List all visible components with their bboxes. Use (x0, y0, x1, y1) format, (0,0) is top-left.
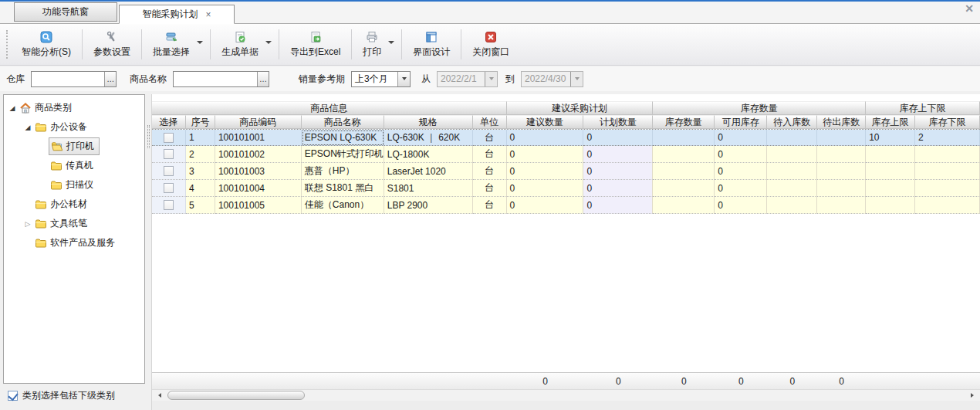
tree-item-scanner[interactable]: 扫描仪 (4, 175, 144, 195)
window-close-icon[interactable]: ✕ (965, 3, 974, 14)
column-header-plan-qty[interactable]: 计划数量 (583, 115, 653, 129)
tree-item-office-supplies[interactable]: 办公耗材 (4, 195, 144, 214)
tools-icon (106, 31, 118, 43)
column-header-unit[interactable]: 单位 (473, 115, 507, 129)
chevron-down-icon[interactable] (388, 41, 394, 44)
smart-analysis-button[interactable]: 智能分析(S) (12, 24, 80, 65)
from-label: 从 (421, 73, 431, 86)
column-header-pending-out[interactable]: 待出库数 (817, 115, 866, 129)
column-header-index[interactable]: 序号 (186, 115, 215, 129)
column-header-product-name[interactable]: 商品名称 (302, 115, 384, 129)
scroll-right-icon[interactable] (966, 390, 978, 401)
include-subcategory-checkbox[interactable] (8, 391, 18, 401)
sales-period-value: 上3个月 (352, 73, 397, 86)
table-row[interactable]: 5 100101005 佳能（Canon） LBP 2900 台 0 0 0 (152, 197, 980, 214)
tree-item-stationery[interactable]: ▷ 文具纸笔 (4, 214, 144, 233)
expander-expanded-icon[interactable]: ◢ (22, 124, 33, 131)
grid-group-header-row: 商品信息 建议采购计划 库存数量 库存上下限 (152, 101, 980, 115)
stock-qty-cell (653, 146, 715, 163)
panel-splitter[interactable] (146, 94, 151, 410)
tab-smart-purchase-plan[interactable]: 智能采购计划 × (119, 5, 235, 24)
column-header-spec[interactable]: 规格 (384, 115, 473, 129)
print-button[interactable]: 打印 (353, 24, 400, 65)
include-subcategory-label: 类别选择包括下级类别 (22, 389, 115, 402)
table-row[interactable]: 1 100101001 EPSON LQ-630K LQ-630K ｜ 620K… (152, 129, 980, 146)
row-checkbox[interactable] (164, 133, 174, 143)
folder-icon (35, 198, 47, 211)
tree-item-fax-machine[interactable]: 传真机 (4, 156, 144, 175)
table-row[interactable]: 3 100101003 惠普（HP） LaserJet 1020 台 0 0 0 (152, 163, 980, 180)
column-header-available-stock[interactable]: 可用库存 (715, 115, 767, 129)
to-date-picker[interactable]: 2022/4/30 (521, 71, 583, 87)
product-name-cell: 联想 S1801 黑白 (302, 180, 384, 197)
product-name-input[interactable] (174, 72, 257, 86)
product-name-label: 商品名称 (130, 73, 167, 86)
spec-cell: S1801 (384, 180, 473, 197)
product-name-cell: 惠普（HP） (302, 163, 384, 180)
column-header-lower-limit[interactable]: 库存下限 (915, 115, 980, 129)
chevron-down-icon[interactable] (197, 41, 203, 44)
tree-item-software-products[interactable]: 软件产品及服务 (4, 233, 144, 252)
excel-export-icon (309, 31, 322, 43)
warehouse-lookup-button[interactable]: … (104, 72, 116, 86)
upper-limit-cell (866, 146, 915, 163)
sales-period-select[interactable]: 上3个月 (351, 71, 411, 87)
generate-document-button[interactable]: 生成单据 (212, 24, 277, 65)
row-checkbox[interactable] (164, 166, 174, 176)
row-checkbox[interactable] (164, 149, 174, 159)
expander-collapsed-icon[interactable]: ▷ (22, 220, 33, 228)
column-header-pending-in[interactable]: 待入库数 (767, 115, 817, 129)
tab-function-nav[interactable]: 功能导航窗 (14, 2, 117, 22)
parameter-settings-button[interactable]: 参数设置 (84, 24, 140, 65)
batch-select-button[interactable]: 批量选择 (144, 24, 208, 65)
column-header-upper-limit[interactable]: 库存上限 (866, 115, 915, 129)
product-lookup-button[interactable]: … (257, 72, 269, 86)
column-header-select[interactable]: 选择 (152, 115, 186, 129)
plan-qty-cell[interactable]: 0 (583, 146, 653, 163)
chevron-down-icon[interactable] (265, 41, 272, 44)
ui-design-button[interactable]: 界面设计 (404, 24, 459, 65)
product-code-cell: 100101001 (215, 130, 302, 146)
tree-item-printer[interactable]: 打印机 (4, 137, 144, 156)
stock-qty-cell (653, 163, 715, 180)
pending-in-cell (767, 130, 817, 146)
grid-bottom-strip (152, 401, 980, 410)
horizontal-scrollbar[interactable] (152, 389, 980, 401)
scrollbar-thumb[interactable] (167, 391, 305, 400)
to-label: 到 (505, 73, 515, 86)
warehouse-input[interactable] (32, 72, 104, 86)
row-checkbox[interactable] (164, 183, 174, 193)
unit-cell: 台 (473, 163, 507, 180)
total-plan-qty: 0 (583, 373, 653, 389)
export-to-excel-button[interactable]: 导出到Excel (281, 24, 350, 65)
expander-expanded-icon[interactable]: ◢ (7, 104, 18, 112)
table-row[interactable]: 2 100101002 EPSON针式打印机 LQ-1800K 台 0 0 0 (152, 146, 980, 163)
plan-qty-cell[interactable]: 0 (583, 197, 653, 214)
search-icon (40, 31, 52, 43)
toolbar-label: 关闭窗口 (472, 46, 509, 59)
plan-qty-cell[interactable]: 0 (583, 130, 653, 146)
column-header-suggest-qty[interactable]: 建议数量 (507, 115, 584, 129)
chevron-down-icon[interactable] (397, 72, 410, 86)
row-checkbox[interactable] (164, 200, 174, 210)
toolbar-grip[interactable] (6, 30, 9, 59)
batch-select-icon (165, 31, 177, 43)
close-window-button[interactable]: 关闭窗口 (463, 24, 519, 65)
plan-qty-cell[interactable]: 0 (583, 163, 653, 180)
splitter-grip-icon (147, 125, 150, 148)
column-header-stock-qty[interactable]: 库存数量 (653, 115, 715, 129)
table-row[interactable]: 4 100101004 联想 S1801 黑白 S1801 台 0 0 0 (152, 180, 980, 197)
to-date-value: 2022/4/30 (522, 73, 570, 84)
tree-item-office-equipment[interactable]: ◢ 办公设备 (4, 117, 144, 137)
plan-qty-cell[interactable]: 0 (583, 180, 653, 197)
tab-close-icon[interactable]: × (205, 9, 211, 20)
tree-item-category-root[interactable]: ◢ 商品类别 (4, 98, 144, 117)
from-date-picker[interactable]: 2022/2/1 (437, 71, 498, 87)
scroll-left-icon[interactable] (154, 390, 166, 401)
toolbar-separator (461, 29, 461, 59)
spec-cell: LBP 2900 (384, 197, 473, 214)
column-header-product-code[interactable]: 商品编码 (215, 115, 302, 129)
from-date-value: 2022/2/1 (438, 73, 485, 84)
product-code-cell: 100101005 (215, 197, 302, 214)
product-code-cell: 100101002 (215, 146, 302, 163)
